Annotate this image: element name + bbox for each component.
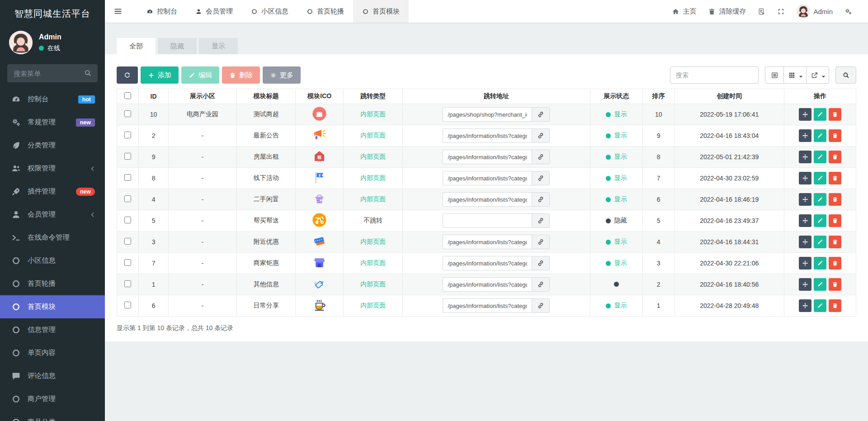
column-header[interactable]: ID [139,89,169,104]
table-search-input[interactable] [670,66,759,84]
jump-url-input[interactable] [443,277,532,292]
sidebar-item-5[interactable]: 会员管理 [0,203,105,226]
delete-row-button[interactable] [829,257,841,270]
home-link[interactable]: 主页 [666,0,702,23]
column-header[interactable]: 排序 [642,89,675,104]
link-button[interactable] [532,107,550,122]
jump-url-input[interactable] [443,171,532,185]
delete-row-button[interactable] [829,236,841,248]
row-checkbox[interactable] [124,110,131,117]
jump-url-input[interactable] [443,213,532,228]
topbar-user[interactable]: Admin [791,0,839,23]
edit-button[interactable]: 编辑 [181,66,219,84]
fullscreen-button[interactable] [771,0,791,23]
column-header[interactable]: 模块ICO [296,89,344,104]
sidebar-item-1[interactable]: 常规管理 new [0,111,105,134]
columns-button[interactable] [784,66,807,84]
sidebar-item-3[interactable]: 权限管理 [0,157,105,180]
row-checkbox[interactable] [124,195,131,202]
sidebar-item-14[interactable]: 商品分类 [0,411,105,421]
column-header[interactable]: 模块标题 [237,89,296,104]
link-button[interactable] [532,192,550,207]
row-checkbox[interactable] [124,132,131,138]
topbar-tab-4[interactable]: 首页模块 [353,0,409,23]
link-button[interactable] [532,128,550,143]
link-button[interactable] [532,298,550,313]
sidebar-item-13[interactable]: 商户管理 [0,388,105,411]
jump-url-input[interactable] [443,256,532,270]
link-button[interactable] [532,277,550,292]
row-checkbox[interactable] [124,153,131,160]
sidebar-item-6[interactable]: 在线命令管理 [0,226,105,249]
refresh-button[interactable] [117,66,138,84]
column-header[interactable]: 跳转地址 [403,89,590,104]
delete-row-button[interactable] [829,299,841,312]
sidebar-item-11[interactable]: 单页内容 [0,341,105,364]
column-header[interactable]: 创建时间 [675,89,784,104]
filter-tab-0[interactable]: 全部 [117,38,156,54]
cell-status[interactable]: 隐藏 [590,210,642,232]
edit-row-button[interactable] [814,151,826,163]
edit-row-button[interactable] [814,257,826,270]
edit-row-button[interactable] [814,108,826,121]
link-button[interactable] [532,213,550,228]
cell-status[interactable]: 显示 [590,189,642,210]
drag-row-button[interactable] [799,172,811,184]
sidebar-item-10[interactable]: 信息管理 [0,318,105,341]
topbar-tab-1[interactable]: 会员管理 [186,0,242,23]
row-checkbox[interactable] [124,259,131,266]
filter-tab-1[interactable]: 隐藏 [158,38,197,54]
link-button[interactable] [532,235,550,249]
filter-tab-2[interactable]: 显示 [199,38,238,54]
cell-status[interactable]: 显示 [590,168,642,189]
column-header[interactable]: 操作 [784,89,856,104]
link-button[interactable] [532,171,550,185]
cell-status[interactable]: 显示 [590,147,642,168]
delete-row-button[interactable] [829,151,841,163]
drag-row-button[interactable] [799,108,811,121]
select-all-checkbox[interactable] [124,92,131,99]
more-button[interactable]: 更多 [263,66,301,84]
drag-row-button[interactable] [799,299,811,312]
jump-url-input[interactable] [443,128,532,143]
topbar-tab-2[interactable]: 小区信息 [242,0,297,23]
jump-url-input[interactable] [443,192,532,207]
cell-status[interactable]: 显示 [590,253,642,274]
jump-url-input[interactable] [443,107,532,122]
export-button[interactable] [807,66,829,84]
delete-row-button[interactable] [829,193,841,206]
edit-row-button[interactable] [814,129,826,142]
cell-status[interactable] [590,274,642,295]
cell-status[interactable]: 显示 [590,295,642,317]
sidebar-item-9[interactable]: 首页模块 [0,295,105,318]
sidebar-item-4[interactable]: 插件管理 new [0,180,105,203]
sidebar-item-7[interactable]: 小区信息 [0,249,105,272]
row-checkbox[interactable] [124,302,131,308]
column-header[interactable]: 跳转类型 [344,89,403,104]
link-button[interactable] [532,150,550,164]
delete-row-button[interactable] [829,278,841,291]
cell-status[interactable]: 显示 [590,104,642,125]
edit-row-button[interactable] [814,278,826,291]
detail-view-button[interactable] [765,66,784,84]
drag-row-button[interactable] [799,278,811,291]
clear-cache-link[interactable]: 清除缓存 [702,0,752,23]
jump-url-input[interactable] [443,298,532,313]
topbar-tab-3[interactable]: 首页轮播 [297,0,353,23]
delete-row-button[interactable] [829,108,841,121]
drag-row-button[interactable] [799,214,811,227]
search-toggle-button[interactable] [835,66,856,84]
row-checkbox[interactable] [124,217,131,223]
sidebar-item-12[interactable]: 评论信息 [0,364,105,388]
edit-row-button[interactable] [814,193,826,206]
jump-url-input[interactable] [443,235,532,249]
drag-row-button[interactable] [799,193,811,206]
column-header[interactable]: 展示小区 [169,89,237,104]
cell-status[interactable]: 显示 [590,232,642,253]
link-button[interactable] [532,256,550,270]
edit-row-button[interactable] [814,172,826,184]
add-button[interactable]: 添加 [141,66,179,84]
sidebar-item-0[interactable]: 控制台 hot [0,88,105,111]
edit-row-button[interactable] [814,299,826,312]
settings-button[interactable] [839,0,858,23]
